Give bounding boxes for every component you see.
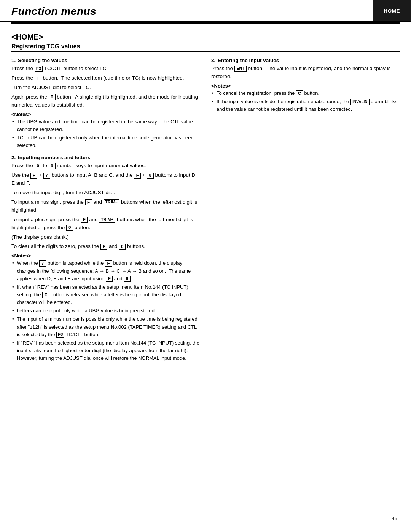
- step-3-heading: 3. Entering the input values: [211, 58, 400, 63]
- key-0: 0: [35, 163, 41, 169]
- key-7-b: 7: [39, 260, 46, 267]
- step-2-para-6: (The display goes blank.): [11, 233, 200, 241]
- step-2-section: 2. Inputting numbers and letters Press t…: [11, 155, 200, 362]
- step-3-note-2: If the input value is outside the regist…: [211, 98, 400, 113]
- key-t-2: T: [49, 94, 56, 100]
- step-2-para-5: To input a plus sign, press the F and TR…: [11, 216, 200, 232]
- step-1-para-1: Press the F3 TC/CTL button to select TC.: [11, 65, 200, 73]
- key-c: C: [296, 90, 303, 96]
- key-ent: ENT: [234, 66, 247, 72]
- step-2-title: Inputting numbers and letters: [18, 155, 91, 160]
- step-3-number: 3.: [211, 58, 215, 63]
- key-7: 7: [43, 173, 50, 179]
- page-number: 45: [392, 516, 397, 521]
- left-column: 1. Selecting the values Press the F3 TC/…: [11, 58, 200, 367]
- step-3-notes-list: To cancel the registration, press the C …: [211, 89, 400, 113]
- section-subtitle: Registering TCG values: [11, 43, 400, 52]
- key-f-a: F: [30, 173, 37, 179]
- step-2-para-3: To move the input digit, turn the ADJUST…: [11, 189, 200, 197]
- step-1-section: 1. Selecting the values Press the F3 TC/…: [11, 58, 200, 149]
- key-9: 9: [49, 163, 56, 169]
- step-3-para-1: Press the ENT button. The value input is…: [211, 65, 400, 81]
- step-2-notes-heading: Notes: [11, 253, 200, 259]
- main-content: <HOME> Registering TCG values 1. Selecti…: [0, 24, 411, 379]
- step-1-notes-list: The UBG value and cue time can be regist…: [11, 118, 200, 150]
- key-f3: F3: [35, 66, 43, 72]
- step-1-note-1: The UBG value and cue time can be regist…: [11, 118, 200, 133]
- section-title: <HOME>: [11, 33, 400, 42]
- right-column: 3. Entering the input values Press the E…: [211, 58, 400, 367]
- key-0-c: 0: [119, 244, 126, 250]
- step-2-para-2: Use the F + 7 buttons to input A, B and …: [11, 171, 200, 187]
- step-2-para-7: To clear all the digits to zero, press t…: [11, 243, 200, 251]
- key-trim-plus: TRIM+: [99, 217, 115, 223]
- key-t-1: T: [35, 75, 41, 81]
- step-3-notes-heading: Notes: [211, 83, 400, 89]
- key-f-e: F: [100, 244, 107, 250]
- step-1-note-2: TC or UB can be registered only when the…: [11, 134, 200, 149]
- step-2-note-4: The input of a minus number is possible …: [11, 315, 200, 338]
- key-f-d: F: [81, 217, 88, 223]
- key-0-b: 0: [66, 225, 73, 231]
- step-1-heading: 1. Selecting the values: [11, 58, 200, 63]
- step-1-title: Selecting the values: [18, 58, 67, 63]
- key-f-b: F: [134, 173, 141, 179]
- step-2-number: 2.: [11, 155, 16, 160]
- key-f-c: F: [85, 199, 92, 205]
- step-2-note-1: When the 7 button is tapped while the F …: [11, 259, 200, 282]
- page-title: Function menus: [0, 0, 373, 21]
- step-2-para-4: To input a minus sign, press the F and T…: [11, 198, 200, 214]
- step-1-para-4: Again press the T button. A single digit…: [11, 93, 200, 109]
- key-f3-b: F3: [56, 332, 64, 338]
- step-2-heading: 2. Inputting numbers and letters: [11, 155, 200, 160]
- key-invalid: INVALID: [350, 99, 370, 105]
- step-2-notes-list: When the 7 button is tapped while the F …: [11, 259, 200, 362]
- key-f-g: F: [106, 276, 113, 282]
- page-header: Function menus HOME: [0, 0, 411, 22]
- two-column-layout: 1. Selecting the values Press the F3 TC/…: [11, 58, 400, 367]
- key-8-b: 8: [124, 276, 131, 282]
- step-1-para-3: Turn the ADJUST dial to select TC.: [11, 84, 200, 92]
- key-8: 8: [147, 173, 154, 179]
- step-2-para-1: Press the 0 to 9 number keys to input nu…: [11, 162, 200, 170]
- step-1-number: 1.: [11, 58, 16, 63]
- step-1-notes-heading: Notes: [11, 112, 200, 117]
- header-badge: HOME: [373, 0, 411, 21]
- step-2-note-3: Letters can be input only while a UBG va…: [11, 307, 200, 315]
- key-f-h: F: [42, 292, 49, 298]
- step-1-para-2: Press the T button. The selected item (c…: [11, 74, 200, 82]
- step-3-note-1: To cancel the registration, press the C …: [211, 89, 400, 97]
- step-3-section: 3. Entering the input values Press the E…: [211, 58, 400, 113]
- key-trim-minus: TRIM–: [104, 199, 120, 205]
- key-f-f: F: [105, 260, 112, 267]
- step-2-note-5: If "REV" has been selected as the setup …: [11, 339, 200, 362]
- step-2-note-2: If, when "REV" has been selected as the …: [11, 283, 200, 306]
- step-3-title: Entering the input values: [218, 58, 279, 63]
